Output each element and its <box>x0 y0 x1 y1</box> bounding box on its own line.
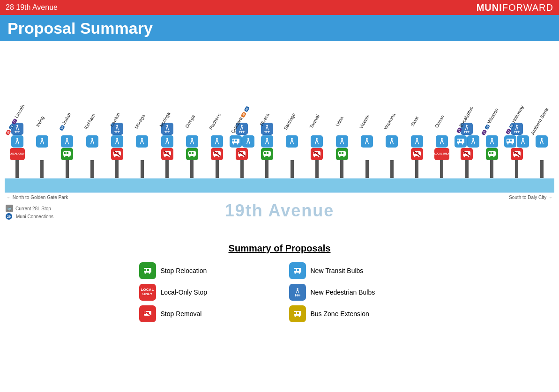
summary-title: Summary of Proposals <box>116 243 444 254</box>
svg-line-289 <box>543 142 544 144</box>
svg-rect-269 <box>510 140 512 141</box>
svg-line-131 <box>246 142 247 144</box>
avenue-line <box>5 178 554 193</box>
svg-point-77 <box>166 138 168 140</box>
stop-col-wawona: Wawona <box>380 48 404 178</box>
svg-point-0 <box>16 125 18 126</box>
svg-point-10 <box>16 138 18 140</box>
map-section: 282917LincolnLOCAL ONLYIrving29JudahKirk… <box>0 41 559 224</box>
north-label: ← North to Golden Gate Park <box>7 195 68 200</box>
muni-forward-logo: MUNIFORWARD <box>477 2 553 13</box>
svg-point-126 <box>237 143 238 145</box>
legend-label-local_only: Local-Only Stop <box>161 288 208 296</box>
legend-label-green: Stop Relocation <box>161 267 207 274</box>
svg-point-255 <box>489 156 490 157</box>
bottom-legend: 🚌 Current 28L Stop 29 Muni Connections <box>6 205 53 221</box>
svg-point-16 <box>41 138 43 140</box>
svg-line-276 <box>522 142 522 144</box>
stop-label: Junipero Serra <box>529 107 549 136</box>
stop-col-pacheco: Pacheco <box>205 48 230 178</box>
stop-label: 29Judah <box>58 112 72 131</box>
legend-item-local_only: LOCALONLYLocal-Only Stop <box>139 284 270 301</box>
svg-rect-123 <box>232 140 234 141</box>
svg-rect-119 <box>239 131 240 133</box>
svg-line-44 <box>118 128 118 130</box>
svg-line-218 <box>443 142 444 144</box>
svg-line-27 <box>68 142 69 144</box>
stop-col-judah: 29Judah <box>55 48 80 178</box>
svg-line-182 <box>340 142 341 144</box>
svg-rect-75 <box>166 131 167 133</box>
svg-line-238 <box>471 142 472 144</box>
svg-line-251 <box>493 142 494 144</box>
page-title: Proposal Summary <box>7 19 153 37</box>
svg-point-110 <box>218 156 220 157</box>
stop-label: Wawona <box>383 112 396 131</box>
28l-icon: 🚌 <box>6 205 13 212</box>
svg-point-136 <box>239 156 240 157</box>
svg-rect-7 <box>15 131 16 133</box>
svg-line-206 <box>418 142 419 144</box>
muni-text: MUNI <box>477 2 502 13</box>
svg-line-144 <box>268 128 268 130</box>
svg-line-154 <box>268 142 269 144</box>
svg-rect-9 <box>18 131 19 133</box>
svg-point-271 <box>512 143 513 145</box>
stop-col-kirkham: Kirkham <box>80 48 104 178</box>
svg-point-318 <box>298 316 300 317</box>
svg-line-304 <box>296 291 297 293</box>
route-label: 28 19th Avenue <box>6 3 58 12</box>
svg-line-72 <box>168 128 168 130</box>
svg-rect-120 <box>241 131 242 133</box>
svg-point-176 <box>318 156 320 157</box>
svg-line-54 <box>118 142 119 144</box>
svg-rect-315 <box>294 312 296 314</box>
svg-point-109 <box>214 156 216 157</box>
stops-container: 282917LincolnLOCAL ONLYIrving29JudahKirk… <box>0 46 559 178</box>
svg-line-277 <box>524 142 525 144</box>
svg-point-166 <box>316 138 318 140</box>
svg-point-187 <box>339 156 340 157</box>
svg-rect-226 <box>464 131 465 133</box>
svg-line-288 <box>540 142 541 144</box>
svg-rect-124 <box>235 140 237 141</box>
stop-col-noriega: Noriega <box>155 46 179 178</box>
svg-rect-147 <box>266 131 267 133</box>
svg-point-256 <box>493 156 494 157</box>
svg-point-243 <box>464 156 465 157</box>
svg-rect-157 <box>267 152 268 154</box>
svg-line-250 <box>490 142 491 144</box>
stop-col-vicente: Vicente <box>354 48 379 178</box>
svg-rect-30 <box>67 152 68 154</box>
stop-col-taraval: Taraval <box>305 48 329 178</box>
svg-line-170 <box>315 142 316 144</box>
svg-rect-146 <box>265 131 266 133</box>
svg-line-94 <box>193 142 194 144</box>
svg-rect-265 <box>516 131 517 133</box>
stop-col-lawton: Lawton <box>104 46 129 178</box>
svg-point-159 <box>268 156 269 157</box>
svg-rect-46 <box>115 131 116 133</box>
svg-point-127 <box>247 138 249 140</box>
svg-point-284 <box>541 138 543 140</box>
svg-point-317 <box>294 316 296 317</box>
28l-label: Current 28L Stop <box>15 206 51 211</box>
stop-label: Ulloa <box>335 116 344 127</box>
svg-point-211 <box>418 156 419 157</box>
stop-col-ulloa: Ulloa <box>329 48 354 178</box>
svg-point-299 <box>298 273 300 274</box>
svg-rect-308 <box>297 294 298 296</box>
legend-icon-yellow <box>289 305 306 322</box>
svg-point-233 <box>462 143 463 145</box>
svg-point-33 <box>91 138 93 140</box>
svg-line-262 <box>517 128 518 130</box>
svg-line-193 <box>365 142 366 144</box>
svg-line-132 <box>249 142 250 144</box>
svg-point-219 <box>466 125 468 126</box>
svg-rect-266 <box>518 131 519 133</box>
svg-point-195 <box>391 138 393 140</box>
svg-point-244 <box>468 156 470 157</box>
stop-label: Ortega <box>184 114 196 129</box>
svg-point-58 <box>114 156 115 157</box>
svg-line-164 <box>291 142 291 144</box>
